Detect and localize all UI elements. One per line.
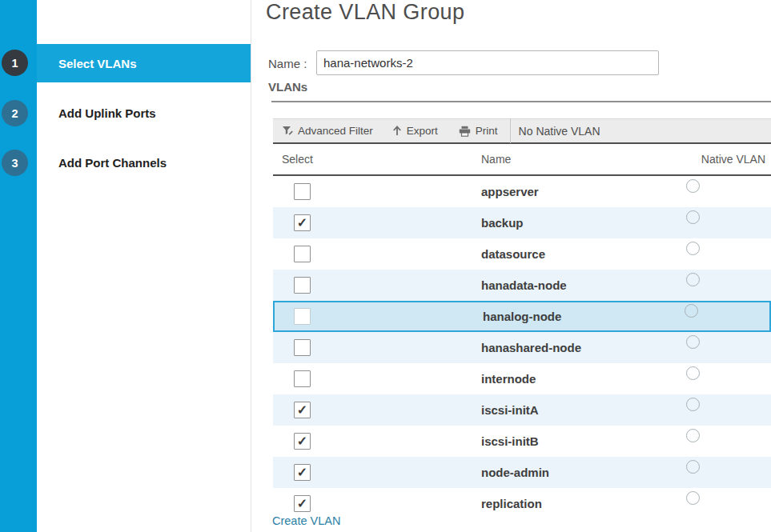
native-vlan-radio[interactable] — [686, 460, 700, 474]
table-toolbar: Advanced Filter Export Print No Native V… — [273, 118, 771, 144]
vlan-name: hanalog-node — [483, 310, 685, 323]
vlan-name: iscsi-initB — [481, 434, 686, 448]
vlan-name: internode — [481, 372, 686, 386]
native-cell — [686, 216, 771, 230]
vlans-section-underline — [271, 101, 771, 102]
name-column-header: Name — [481, 153, 686, 166]
vlan-name: node-admin — [481, 466, 686, 479]
sidebar-item-add-port-channels[interactable]: Add Port Channels — [58, 156, 167, 170]
table-row[interactable]: appserver — [273, 176, 771, 207]
select-cell: ✓ — [273, 433, 481, 450]
select-cell — [273, 339, 481, 356]
vlan-name: replication — [481, 497, 686, 510]
table-row[interactable]: hanashared-node — [273, 332, 771, 363]
vlans-section-label: VLANs — [268, 80, 307, 94]
name-input[interactable] — [316, 50, 659, 75]
sidebar-divider — [251, 0, 251, 532]
native-vlan-radio[interactable] — [686, 210, 700, 224]
vlan-name: hanashared-node — [481, 341, 686, 354]
native-cell — [686, 278, 771, 292]
step-number-2: 2 — [2, 100, 28, 126]
step-number-1: 1 — [2, 50, 28, 76]
table-row[interactable]: ✓ replication — [273, 488, 771, 514]
table-row[interactable]: hanalog-node — [273, 301, 771, 332]
native-cell — [686, 372, 771, 386]
native-vlan-radio[interactable] — [686, 179, 700, 193]
create-vlan-group-screen: { "title": "Create VLAN Group", "steps":… — [0, 0, 771, 532]
vlan-select-checkbox[interactable]: ✓ — [294, 214, 311, 231]
native-vlan-radio[interactable] — [686, 273, 700, 286]
select-cell: ✓ — [273, 495, 481, 512]
page-title: Create VLAN Group — [266, 0, 464, 25]
table-row[interactable]: ✓ node-admin — [273, 457, 771, 488]
vlan-select-checkbox[interactable] — [294, 277, 311, 294]
select-cell: ✓ — [273, 214, 481, 231]
toolbar-separator — [510, 118, 511, 143]
advanced-filter-label: Advanced Filter — [298, 125, 373, 137]
vlan-name: appserver — [481, 185, 686, 198]
native-vlan-radio[interactable] — [686, 491, 700, 505]
export-label: Export — [407, 125, 438, 137]
vlan-select-checkbox[interactable] — [294, 246, 311, 262]
table-row[interactable]: datasource — [273, 238, 771, 270]
export-up-arrow-icon — [392, 126, 402, 136]
check-icon: ✓ — [297, 215, 307, 230]
advanced-filter-button[interactable]: Advanced Filter — [282, 125, 373, 137]
native-vlan-radio[interactable] — [686, 429, 700, 442]
select-cell — [275, 308, 483, 325]
table-row[interactable]: hanadata-node — [273, 270, 771, 301]
select-cell — [273, 246, 481, 262]
export-button[interactable]: Export — [392, 125, 438, 137]
vlan-select-checkbox[interactable] — [294, 308, 311, 325]
check-icon: ✓ — [297, 465, 307, 480]
native-vlan-radio[interactable] — [686, 366, 700, 380]
native-vlan-column-header: Native VLAN — [686, 153, 771, 166]
print-button[interactable]: Print — [459, 125, 498, 137]
native-cell — [686, 185, 771, 198]
native-vlan-radio[interactable] — [685, 304, 698, 318]
native-vlan-radio[interactable] — [686, 242, 700, 255]
step-label-select-vlans: Select VLANs — [37, 57, 137, 70]
sidebar-accent-strip — [0, 0, 37, 532]
select-cell: ✓ — [273, 402, 481, 418]
create-vlan-link[interactable]: Create VLAN — [272, 514, 340, 527]
select-cell — [273, 183, 481, 200]
printer-icon — [459, 126, 471, 137]
check-icon: ✓ — [297, 496, 307, 511]
vlan-select-checkbox[interactable]: ✓ — [294, 402, 311, 418]
select-cell — [273, 370, 481, 387]
native-vlan-radio[interactable] — [686, 398, 700, 411]
vlan-name: hanadata-node — [481, 278, 686, 292]
table-row[interactable]: internode — [273, 363, 771, 394]
native-cell — [686, 466, 771, 479]
native-cell — [686, 341, 771, 354]
vlan-select-checkbox[interactable]: ✓ — [294, 495, 311, 512]
table-row[interactable]: ✓ iscsi-initB — [273, 426, 771, 457]
vlan-select-checkbox[interactable] — [294, 370, 311, 387]
native-cell — [686, 434, 771, 448]
native-vlan-radio[interactable] — [686, 335, 700, 349]
name-label: Name : — [268, 57, 307, 70]
vlan-select-checkbox[interactable]: ✓ — [294, 464, 311, 481]
sidebar-item-add-uplink-ports[interactable]: Add Uplink Ports — [58, 106, 156, 120]
vlan-name: iscsi-initA — [481, 403, 686, 417]
table-row[interactable]: ✓ backup — [273, 207, 771, 238]
vlan-select-checkbox[interactable]: ✓ — [294, 433, 311, 450]
select-column-header: Select — [273, 153, 481, 166]
vlan-select-checkbox[interactable] — [294, 339, 311, 356]
native-cell — [686, 497, 771, 510]
check-icon: ✓ — [297, 434, 307, 449]
print-label: Print — [476, 125, 498, 137]
vlan-select-checkbox[interactable] — [294, 183, 311, 200]
table-header: Select Name Native VLAN — [273, 144, 771, 176]
no-native-vlan-button[interactable]: No Native VLAN — [519, 125, 600, 138]
vlan-name: backup — [481, 216, 686, 230]
step-number-3: 3 — [2, 150, 28, 176]
table-row[interactable]: ✓ iscsi-initA — [273, 394, 771, 426]
select-cell: ✓ — [273, 464, 481, 481]
sidebar-item-select-vlans[interactable]: Select VLANs — [37, 44, 251, 82]
check-icon: ✓ — [297, 402, 307, 418]
native-cell — [686, 403, 771, 417]
native-cell — [685, 310, 769, 323]
filter-pencil-icon — [282, 126, 293, 136]
